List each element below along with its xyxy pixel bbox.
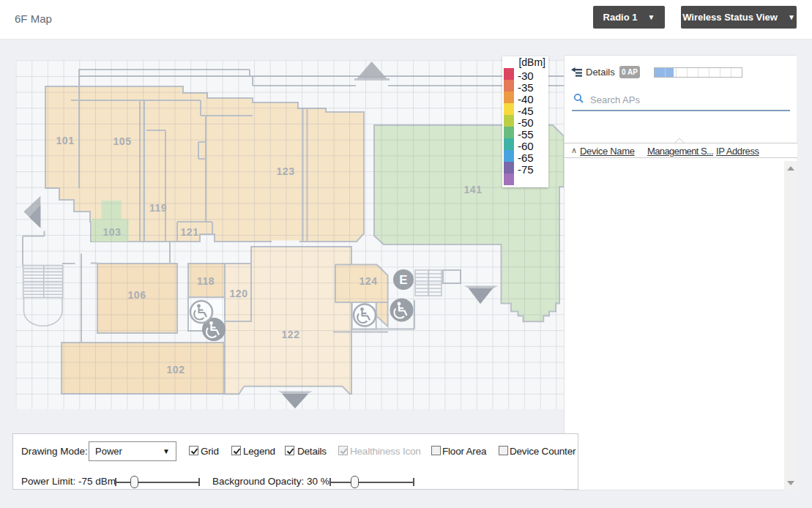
svg-text:E: E: [399, 273, 407, 287]
svg-text:122: 122: [282, 329, 300, 340]
svg-text:106: 106: [128, 289, 146, 301]
svg-text:119: 119: [149, 202, 167, 214]
svg-text:124: 124: [360, 275, 378, 287]
svg-text:101: 101: [56, 135, 75, 146]
svg-text:118: 118: [197, 275, 215, 287]
svg-text:120: 120: [230, 288, 248, 299]
svg-text:123: 123: [277, 165, 295, 177]
svg-text:102: 102: [167, 364, 185, 376]
svg-text:121: 121: [181, 226, 199, 238]
svg-text:103: 103: [103, 226, 122, 238]
svg-text:141: 141: [464, 184, 483, 195]
svg-text:105: 105: [113, 135, 132, 147]
